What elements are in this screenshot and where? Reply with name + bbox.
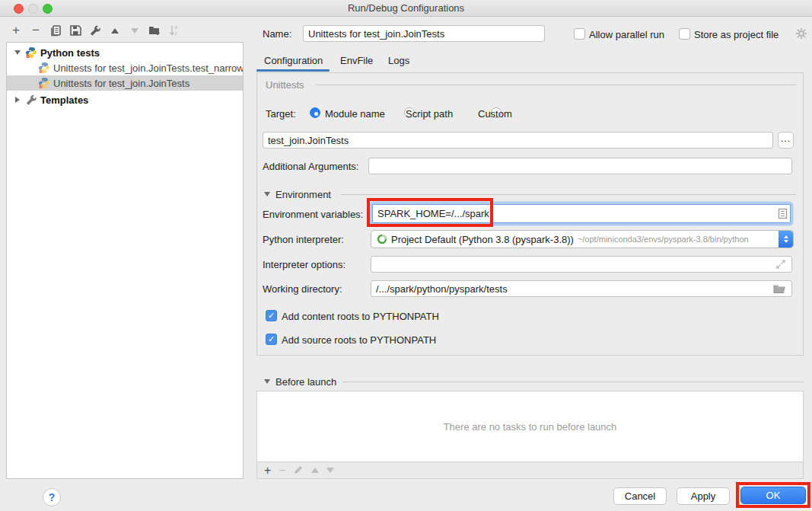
python-test-icon: [38, 62, 50, 74]
browse-folder-icon[interactable]: [773, 283, 786, 297]
tree-item-label: Templates: [40, 94, 88, 106]
window-title: Run/Debug Configurations: [0, 2, 812, 14]
remove-task-icon: −: [279, 465, 285, 477]
before-launch-task-list[interactable]: There are no tasks to run before launch: [256, 391, 804, 462]
target-script-path-label: Script path: [406, 108, 453, 120]
move-down-icon[interactable]: [128, 24, 142, 37]
unittests-group-title: Unittests: [266, 79, 304, 91]
environment-collapse-icon[interactable]: [264, 192, 270, 196]
target-label: Target:: [266, 108, 296, 120]
name-label: Name:: [263, 28, 291, 40]
allow-parallel-run-label: Allow parallel run: [589, 29, 664, 40]
python-interpreter-label: Python interpreter:: [263, 234, 344, 245]
chevron-right-icon[interactable]: [15, 97, 20, 103]
before-launch-toolbar: + −: [256, 462, 804, 479]
save-icon[interactable]: [68, 24, 82, 37]
ok-button[interactable]: OK: [740, 487, 806, 504]
target-module-name-radio[interactable]: [310, 107, 320, 118]
target-input[interactable]: [263, 132, 773, 149]
move-task-down-icon: [326, 468, 334, 473]
active-tab-underline: [256, 69, 330, 72]
tree-item-templates[interactable]: Templates: [7, 92, 243, 107]
python-tests-icon: [25, 46, 37, 59]
python-interpreter-path: ~/opt/miniconda3/envs/pyspark-3.8/bin/py…: [578, 235, 749, 244]
window-titlebar: Run/Debug Configurations: [0, 0, 812, 17]
edit-variables-icon[interactable]: [777, 208, 788, 222]
before-launch-empty-text: There are no tasks to run before launch: [444, 421, 617, 433]
new-folder-icon[interactable]: [148, 24, 161, 37]
svg-text:a: a: [175, 24, 178, 30]
help-button[interactable]: ?: [43, 488, 61, 506]
store-as-project-file-label: Store as project file: [694, 29, 779, 40]
configurations-toolbar: + − az: [9, 24, 181, 37]
help-question-icon: ?: [49, 491, 56, 503]
allow-parallel-run-checkbox[interactable]: [574, 28, 585, 40]
cancel-button[interactable]: Cancel: [613, 487, 667, 505]
gear-icon[interactable]: [795, 27, 807, 43]
add-content-roots-checkbox[interactable]: ✓: [266, 310, 277, 321]
tab-logs[interactable]: Logs: [388, 55, 409, 66]
environment-section-line: [341, 194, 796, 195]
additional-arguments-label: Additional Arguments:: [263, 161, 358, 172]
tree-item-python-tests[interactable]: Python tests: [7, 45, 243, 60]
working-directory-input[interactable]: [371, 280, 792, 297]
tab-envfile[interactable]: EnvFile: [340, 55, 373, 66]
before-launch-title: Before launch: [275, 376, 336, 388]
tree-item-unittests-jointests-selected[interactable]: Unittests for test_join.JoinTests: [7, 75, 243, 91]
browse-target-button[interactable]: ...: [778, 132, 794, 149]
move-up-icon[interactable]: [108, 24, 122, 37]
target-custom-label: Custom: [478, 108, 512, 120]
chevron-down-icon[interactable]: [14, 50, 21, 55]
add-content-roots-label: Add content roots to PYTHONPATH: [282, 311, 439, 322]
sort-alphabetically-icon: az: [167, 24, 181, 37]
remove-icon[interactable]: −: [29, 24, 43, 37]
tree-item-unittests-narrow[interactable]: Unittests for test_join.JoinTests.test_n…: [7, 60, 243, 75]
conda-env-icon: [377, 234, 387, 244]
interpreter-options-label: Interpreter options:: [263, 259, 345, 270]
tree-item-label: Unittests for test_join.JoinTests.test_n…: [53, 62, 244, 74]
environment-variables-label: Environment variables:: [263, 209, 363, 220]
python-interpreter-select[interactable]: Project Default (Python 3.8 (pyspark-3.8…: [371, 230, 794, 248]
python-test-icon: [38, 77, 50, 89]
add-source-roots-label: Add source roots to PYTHONPATH: [282, 334, 436, 346]
unittests-group-line: [316, 85, 796, 85]
before-launch-line: [342, 382, 804, 382]
working-directory-label: Working directory:: [263, 283, 342, 295]
apply-button[interactable]: Apply: [677, 487, 730, 505]
move-task-up-icon: [311, 468, 319, 473]
interpreter-options-input[interactable]: [371, 256, 792, 273]
run-configurations-tree: Python tests Unittests for test_join.Joi…: [6, 42, 244, 479]
edit-templates-wrench-icon[interactable]: [88, 24, 102, 37]
environment-variables-input[interactable]: SPARK_HOME=/.../spark: [372, 204, 791, 223]
svg-text:z: z: [175, 30, 177, 36]
python-interpreter-value: Project Default (Python 3.8 (pyspark-3.8…: [391, 234, 574, 245]
additional-arguments-input[interactable]: [368, 158, 792, 174]
tree-item-label: Python tests: [40, 47, 100, 59]
expand-field-icon[interactable]: [775, 259, 786, 273]
edit-task-pencil-icon: [294, 464, 304, 477]
name-input[interactable]: [303, 25, 545, 42]
tab-configuration[interactable]: Configuration: [264, 55, 323, 66]
dropdown-chevrons-icon[interactable]: [779, 231, 793, 248]
copy-icon[interactable]: [49, 24, 62, 37]
environment-variables-value: SPARK_HOME=/.../spark: [377, 208, 489, 219]
before-launch-collapse-icon[interactable]: [264, 379, 270, 384]
target-module-name-label: Module name: [325, 108, 385, 120]
environment-section-title: Environment: [275, 189, 331, 200]
store-as-project-file-checkbox[interactable]: [679, 28, 690, 40]
add-source-roots-checkbox[interactable]: ✓: [266, 334, 277, 345]
tree-item-label: Unittests for test_join.JoinTests: [53, 78, 189, 89]
add-icon[interactable]: +: [9, 24, 23, 37]
add-task-icon[interactable]: +: [264, 465, 271, 477]
templates-wrench-icon: [25, 94, 37, 106]
